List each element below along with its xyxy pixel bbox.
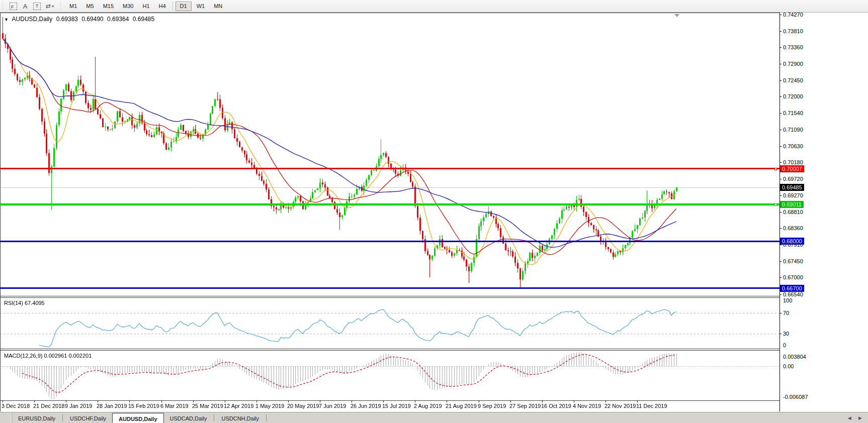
date-axis-label: 20 May 2019	[287, 403, 319, 409]
price-axis-tick	[779, 212, 782, 213]
date-axis-tick	[66, 400, 66, 402]
toolbar-divider	[172, 2, 173, 11]
text-tool-button[interactable]: T	[31, 1, 43, 11]
arrow-tools-button[interactable]: ⇄ ▾	[43, 1, 56, 11]
ohlc-close: 0.69485	[133, 16, 154, 23]
price-axis-label: 0.69270	[783, 192, 803, 198]
date-axis-tick	[129, 400, 130, 402]
price-level-badge: 0.69485	[780, 184, 804, 191]
timeframe-button-w1[interactable]: W1	[193, 2, 209, 11]
price-axis-tick	[779, 277, 782, 278]
price-axis-tick	[779, 195, 782, 196]
price-horizontal-line[interactable]	[0, 203, 779, 205]
price-axis-label: 0.67000	[783, 274, 803, 280]
line-endpoint-marker[interactable]	[774, 203, 777, 206]
price-level-badge: 0.66700	[780, 285, 804, 292]
date-axis-tick	[510, 400, 511, 402]
price-axis-tick	[779, 96, 782, 97]
chart-symbol-label: AUDUSD,Daily	[12, 16, 53, 23]
tab-scroll-arrows[interactable]: ◀ ▶	[848, 415, 865, 420]
text-label-tool-button[interactable]: A	[20, 1, 31, 11]
tab-scroll-left-icon[interactable]: ◀	[848, 415, 854, 420]
timeframe-button-m1[interactable]: M1	[65, 2, 81, 11]
price-axis-label: 0.66540	[783, 291, 803, 297]
toolbar-grip[interactable]	[59, 2, 62, 10]
macd-axis-label: 0.003804	[783, 354, 806, 360]
price-axis-tick	[779, 15, 782, 15]
price-axis-tick	[779, 64, 782, 64]
tab-separator	[266, 414, 267, 421]
rsi-indicator-canvas[interactable]	[0, 298, 779, 349]
timeframe-buttons: M1M5M15M30H1H4D1W1MN	[65, 2, 227, 11]
symbol-tab-eurusd[interactable]: EURUSD,Daily	[12, 413, 61, 423]
price-axis-tick	[779, 179, 782, 179]
date-axis-label: 15 Feb 2019	[128, 403, 159, 409]
chevron-down-icon: ▾	[52, 4, 54, 9]
timeframe-button-h4[interactable]: H4	[155, 2, 170, 11]
price-axis-tick	[779, 162, 782, 163]
price-horizontal-line[interactable]	[0, 287, 779, 289]
date-axis-tick	[479, 400, 479, 402]
date-axis-label: 27 Sep 2019	[509, 403, 541, 409]
timeframe-button-m30[interactable]: M30	[119, 2, 137, 11]
price-chart-canvas[interactable]	[0, 13, 779, 296]
rsi-label: RSI(14) 67.4095	[4, 300, 45, 306]
ohlc-low: 0.69364	[107, 16, 129, 23]
rsi-axis-label: 30	[783, 331, 789, 337]
date-axis-label: 21 Dec 2018	[33, 403, 64, 409]
panel-border	[0, 13, 780, 13]
fibonacci-tool-button[interactable]: F	[7, 1, 20, 11]
symbol-dropdown-icon[interactable]: ▼	[4, 17, 9, 22]
price-axis-tick	[779, 245, 782, 245]
macd-indicator-canvas[interactable]	[0, 351, 779, 400]
date-axis-tick	[225, 400, 225, 402]
symbol-tabs: EURUSD,DailyUSDCHF,DailyAUDUSD,DailyUSDC…	[12, 412, 268, 423]
macd-axis-label: 0.00	[783, 363, 794, 369]
price-horizontal-line[interactable]	[0, 241, 779, 242]
date-axis-tick	[637, 400, 638, 402]
timeframe-button-d1[interactable]: D1	[176, 2, 192, 11]
price-axis-label: 0.74270	[783, 12, 803, 18]
price-axis-tick	[779, 294, 782, 295]
timeframe-button-m15[interactable]: M15	[99, 2, 118, 11]
line-endpoint-marker[interactable]	[774, 168, 777, 170]
price-axis-tick	[779, 146, 782, 147]
timeframe-button-m5[interactable]: M5	[82, 2, 98, 11]
price-horizontal-line[interactable]	[0, 168, 779, 169]
price-axis-label: 0.70630	[783, 143, 803, 149]
date-axis-tick	[352, 400, 352, 402]
symbol-tab-bar: EURUSD,DailyUSDCHF,DailyAUDUSD,DailyUSDC…	[0, 412, 868, 423]
symbol-tab-usdcad[interactable]: USDCAD,Daily	[164, 413, 213, 423]
rsi-axis-label: 0	[783, 342, 786, 348]
toolbar-grip[interactable]	[2, 2, 5, 10]
date-axis-label: 4 Nov 2019	[573, 403, 601, 409]
rsi-axis-label: 100	[783, 297, 792, 303]
price-level-badge: 0.70007	[780, 165, 804, 172]
top-toolbar: F A T ⇄ ▾ M1M5M15M30H1H4D1W1MN	[0, 0, 868, 13]
chart-shift-marker[interactable]	[674, 14, 679, 17]
date-axis-tick	[605, 400, 606, 402]
date-axis-label: 22 Nov 2019	[604, 403, 636, 409]
symbol-tab-usdchf[interactable]: USDCHF,Daily	[64, 413, 112, 423]
tab-scroll-right-icon[interactable]: ▶	[858, 415, 865, 420]
date-axis-label: 7 Jun 2019	[319, 403, 346, 409]
date-axis-tick	[161, 400, 162, 402]
price-axis-label: 0.71090	[783, 127, 803, 133]
tabbar-left-box	[0, 412, 12, 423]
timeframe-button-h1[interactable]: H1	[138, 2, 153, 11]
tab-separator	[214, 414, 214, 421]
ohlc-high: 0.69490	[81, 16, 103, 23]
timeframe-button-mn[interactable]: MN	[210, 2, 226, 11]
date-axis-tick	[98, 400, 98, 402]
price-level-badge: 0.68000	[780, 238, 804, 245]
price-axis-label: 0.68810	[783, 209, 803, 215]
price-axis-label: 0.72000	[783, 93, 803, 99]
rsi-axis-tick	[779, 334, 782, 334]
date-axis-label: 6 Mar 2019	[160, 403, 189, 409]
window-left-border	[0, 13, 1, 411]
symbol-tab-usdcnh[interactable]: USDCNH,Daily	[215, 413, 265, 423]
symbol-tab-audusd[interactable]: AUDUSD,Daily	[112, 413, 163, 423]
price-axis-tick	[779, 80, 782, 81]
date-axis-label: 12 Apr 2019	[224, 403, 253, 409]
date-axis-label: 1 May 2019	[255, 403, 284, 409]
